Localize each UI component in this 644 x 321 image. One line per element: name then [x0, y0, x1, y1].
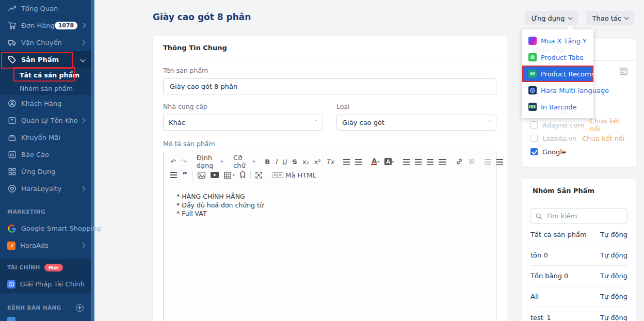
search-icon [536, 213, 542, 220]
inventory-icon [7, 116, 17, 125]
font-color-button[interactable]: A ▾ [368, 158, 382, 165]
finance-section: TÀI CHÍNH Mới Giải Pháp Tài Chính [0, 259, 91, 293]
collections-search [530, 208, 627, 223]
finance-section-header: TÀI CHÍNH Mới [0, 259, 91, 276]
caret-down-icon [568, 15, 572, 19]
chevron-down-icon [81, 57, 86, 62]
superscript-button[interactable]: x² [312, 158, 324, 166]
apps-dropdown-menu: Mua X Tặng Y Product Tabs Product Recomm… [522, 29, 593, 118]
card-title: Thông Tin Chung [153, 36, 507, 58]
lazada-checkbox[interactable] [530, 135, 538, 142]
indent-button[interactable] [494, 159, 506, 165]
collection-row[interactable]: Tất cả sản phẩmTự động [530, 224, 627, 245]
insert-video-button[interactable] [208, 172, 221, 178]
chevron-right-icon [81, 40, 86, 45]
italic-button[interactable]: I [272, 158, 280, 166]
sidebar-item-khuyen-mai[interactable]: Khuyến Mãi [0, 129, 91, 146]
sidebar-item-don-hang[interactable]: Đơn Hàng 1078 [0, 17, 91, 34]
marketing-section-header: MARKETING [0, 203, 91, 220]
customer-icon [7, 99, 17, 108]
sidebar-item-khach-hang[interactable]: Khách Hàng [0, 95, 91, 112]
channels-guide-icon[interactable] [620, 68, 627, 76]
special-char-button[interactable]: Ω [237, 170, 248, 180]
collection-row[interactable]: Tồn bằng 0Tự động [530, 266, 627, 286]
collection-row[interactable]: tồn 0Tự động [530, 245, 627, 266]
sidebar-item-label: HaraLoyalty [21, 185, 61, 192]
menu-item-mua-x-tang-y[interactable]: Mua X Tặng Y [522, 33, 593, 49]
vendor-select[interactable]: Khác˅ [163, 115, 323, 131]
cart-icon [7, 21, 17, 30]
finance-icon [7, 280, 15, 288]
product-name-label: Tên sản phẩm [163, 67, 496, 74]
underline-button[interactable]: U [280, 158, 290, 166]
line-height-button[interactable] [168, 172, 180, 179]
strikethrough-button[interactable]: S [290, 158, 300, 166]
ordered-list-button[interactable] [341, 159, 352, 165]
product-submenu: Tất cả sản phẩm Nhóm sản phẩm [0, 68, 91, 95]
redo-button[interactable]: ↷ [179, 158, 189, 166]
html-code-button[interactable]: </> Mã HTML [269, 171, 319, 179]
bold-button[interactable]: B [262, 158, 272, 166]
product-name-input[interactable] [163, 78, 496, 94]
font-size-dropdown[interactable]: Cỡ chữ▾ [230, 154, 258, 169]
sidebar-item-label: Giải Pháp Tài Chính [20, 280, 85, 288]
insert-table-button[interactable]: ▾ [221, 172, 237, 179]
bg-color-button[interactable]: A ▾ [382, 158, 396, 165]
sidebar-item-van-chuyen[interactable]: Vận Chuyển [0, 34, 91, 51]
sidebar-item-tong-quan[interactable]: Tổng Quan [0, 0, 91, 17]
menu-item-hara-multi-language[interactable]: Hara Multi-language [522, 82, 593, 99]
bullet-list-button[interactable] [352, 159, 364, 165]
sidebar-item-ung-dung[interactable]: Ứng Dụng [0, 163, 91, 180]
sidebar-item-quan-ly-ton-kho[interactable]: Quản Lý Tồn Kho [0, 112, 91, 129]
sidebar-scrollbar[interactable] [91, 0, 94, 321]
align-left-button[interactable] [400, 159, 412, 165]
sidebar-item-san-pham[interactable]: Sản Phẩm [0, 51, 91, 68]
connection-status: Chưa kết nối [590, 117, 630, 133]
undo-button[interactable]: ↶ [168, 158, 179, 166]
card-title: Nhóm Sản Phẩm [522, 179, 636, 201]
haraads-icon [7, 242, 15, 250]
type-select[interactable]: Giày cao gót˅ [336, 115, 496, 131]
link-button[interactable] [453, 158, 465, 165]
format-dropdown[interactable]: Định dạng▾ [194, 154, 226, 169]
collection-row[interactable]: test_1Tự động [530, 307, 627, 321]
search-input[interactable] [546, 212, 622, 220]
sidebar-item-bao-cao[interactable]: Báo Cáo [0, 146, 91, 163]
fullscreen-button[interactable] [253, 172, 265, 179]
justify-button[interactable] [436, 159, 449, 165]
loyalty-icon [7, 184, 17, 194]
tag-icon [7, 55, 17, 65]
apps-button[interactable]: Ứng dụng [525, 11, 578, 25]
menu-item-product-recommend[interactable]: Product Recommend [522, 66, 593, 82]
description-label: Mô tả sản phẩm [163, 140, 496, 148]
add-channel-icon[interactable]: + [76, 304, 84, 312]
google-icon [7, 224, 17, 233]
align-center-button[interactable] [412, 159, 424, 165]
actions-button[interactable]: Thao tác [586, 11, 634, 25]
sidebar-item-giai-phap-tai-chinh[interactable]: Giải Pháp Tài Chính [0, 276, 91, 293]
truck-icon [7, 38, 17, 47]
collection-mode: Tự động [600, 293, 627, 300]
menu-item-in-barcode[interactable]: In Barcode [522, 99, 593, 115]
menu-item-product-tabs[interactable]: Product Tabs [522, 49, 593, 66]
google-checkbox[interactable] [530, 148, 538, 155]
sidebar-item-google-smart-shopping[interactable]: Google Smart Shopping [0, 220, 91, 237]
sidebar-item-haraloyalty[interactable]: HaraLoyalty [0, 180, 91, 197]
blockquote-button[interactable]: ” [180, 170, 190, 180]
unlink-button[interactable] [465, 158, 478, 165]
outdent-button[interactable] [482, 159, 494, 165]
sidebar-item-haraads[interactable]: HaraAds [0, 237, 91, 254]
sidebar-item-nhom-san-pham[interactable]: Nhóm sản phẩm [0, 82, 91, 95]
adayroi-checkbox[interactable] [530, 121, 538, 129]
orders-count-badge: 1078 [55, 22, 78, 29]
collection-row[interactable]: AllTự động [530, 286, 627, 307]
subscript-button[interactable]: x₂ [300, 158, 312, 166]
main-content: Giày cao gót 8 phân Ứng dụng Thao tác Th… [94, 0, 644, 321]
align-right-button[interactable] [424, 159, 436, 165]
description-content[interactable]: * HÀNG CHÍNH HÃNG * Đầy đủ hoá đơn chứng… [164, 183, 496, 321]
collection-mode: Tự động [600, 272, 627, 280]
insert-image-button[interactable] [195, 172, 208, 179]
sidebar-item-tat-ca-san-pham[interactable]: Tất cả sản phẩm [0, 68, 91, 82]
clear-format-button[interactable]: Tx [324, 158, 337, 166]
hara-multi-language-icon [528, 86, 537, 94]
